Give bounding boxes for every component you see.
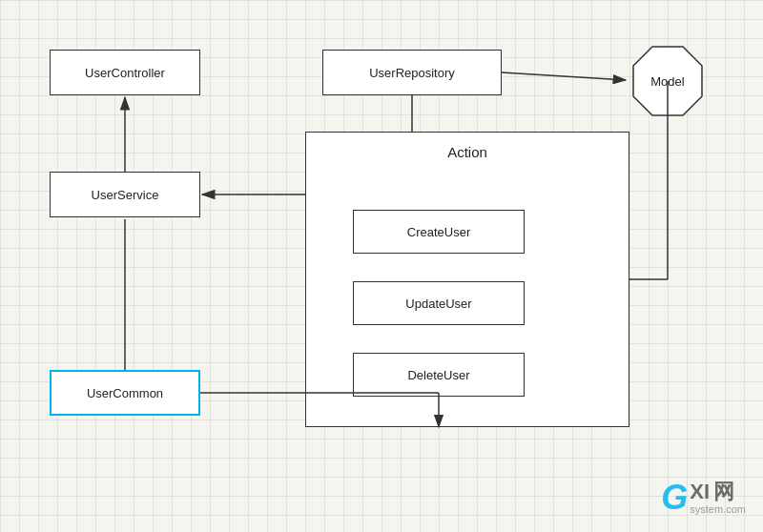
create-user-label: CreateUser	[407, 225, 470, 239]
watermark-sub: system.com	[690, 504, 746, 515]
repository-to-model-arrow	[502, 72, 626, 80]
user-repository-box: UserRepository	[322, 50, 502, 95]
delete-user-label: DeleteUser	[407, 368, 469, 382]
user-common-label: UserCommon	[87, 386, 163, 400]
action-label: Action	[306, 144, 629, 160]
delete-user-box: DeleteUser	[353, 353, 525, 397]
update-user-label: UpdateUser	[405, 297, 471, 311]
watermark-right: XI 网 system.com	[690, 481, 746, 515]
model-octagon: Model	[629, 43, 706, 119]
watermark-xi: XI	[690, 480, 710, 503]
diagram-canvas: UserController UserService UserCommon Us…	[0, 0, 763, 532]
user-controller-label: UserController	[85, 66, 165, 80]
user-common-box: UserCommon	[50, 370, 200, 416]
user-repository-label: UserRepository	[369, 66, 455, 80]
model-label: Model	[650, 74, 685, 89]
watermark: G XI 网 system.com	[661, 481, 746, 515]
watermark-xi-net: XI 网	[690, 481, 746, 502]
watermark-g: G	[661, 481, 688, 515]
user-service-label: UserService	[92, 188, 159, 202]
watermark-net: 网	[713, 480, 734, 503]
user-controller-box: UserController	[50, 50, 200, 95]
update-user-box: UpdateUser	[353, 281, 525, 325]
create-user-box: CreateUser	[353, 210, 525, 254]
user-service-box: UserService	[50, 172, 200, 217]
